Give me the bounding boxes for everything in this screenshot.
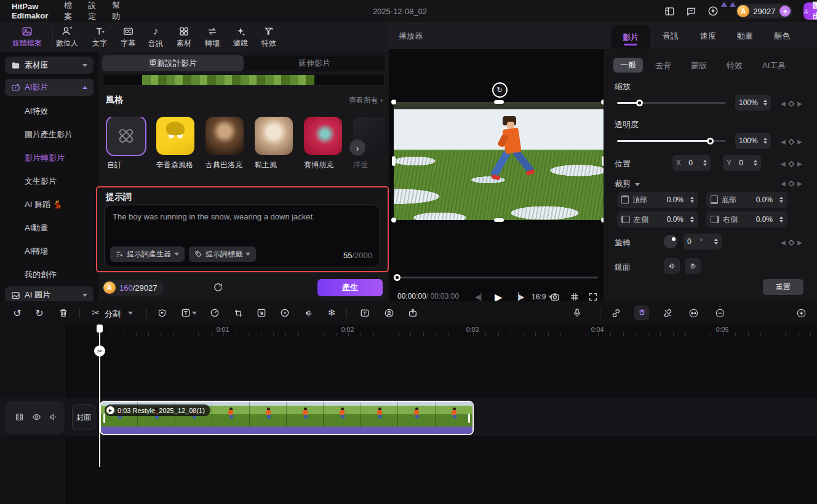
menu-file[interactable]: 檔案 [64, 0, 72, 22]
snapshot-icon[interactable] [550, 292, 560, 302]
selection-handle[interactable] [391, 218, 396, 222]
sidebar-item-text-to-video[interactable]: 文生影片 [25, 176, 57, 187]
coin-balance-pill[interactable]: A 29027 + [736, 4, 792, 18]
crop-right-field[interactable]: 右側 0.0% [706, 211, 787, 227]
sidebar-item-my-creations[interactable]: 我的創作 [25, 269, 57, 280]
style-card-simpson[interactable] [156, 117, 194, 155]
previous-frame-button[interactable]: ◀▏ [475, 293, 486, 301]
layout-icon[interactable] [664, 6, 675, 17]
track-mute-icon[interactable] [49, 412, 58, 422]
selection-handle[interactable] [494, 218, 504, 222]
undo-icon[interactable]: ↺ [9, 301, 26, 325]
zoom-out-icon[interactable] [711, 301, 728, 325]
toolbar-digital-human[interactable]: 數位人 [50, 24, 84, 50]
subtab-ai-tools[interactable]: AI工具 [762, 60, 786, 71]
rotate-value-box[interactable]: 0 ° [683, 234, 722, 250]
stepper[interactable] [779, 197, 783, 203]
tab-video[interactable]: 影片 [611, 25, 650, 49]
sidebar-group-ai-video[interactable]: AI影片 [5, 79, 94, 96]
clip-trim-handle-left[interactable] [103, 414, 105, 423]
style-card-clay[interactable] [255, 117, 293, 155]
zoom-in-icon[interactable] [792, 301, 810, 325]
reset-button[interactable]: 重置 [763, 279, 803, 295]
style-card-cyberpunk[interactable] [304, 117, 342, 155]
download-icon[interactable] [707, 6, 719, 17]
stepper[interactable] [763, 100, 767, 106]
fit-timeline-icon[interactable] [685, 301, 702, 325]
timeline-clip[interactable]: ▶ 0:03 Restyle_2025_12_08(1) [100, 401, 474, 435]
crop-top-field[interactable]: 頂部 0.0% [617, 192, 698, 208]
feedback-icon[interactable] [686, 6, 696, 17]
selection-handle[interactable] [391, 100, 396, 104]
stepper[interactable] [703, 160, 707, 166]
unlink-clips-icon[interactable] [659, 301, 676, 325]
subtab-remove-bg[interactable]: 去背 [655, 60, 671, 71]
menu-help[interactable]: 幫助 [112, 0, 120, 22]
cover-button[interactable]: 封面 [72, 404, 95, 430]
freeze-frame-icon[interactable]: ❄ [323, 301, 340, 325]
playhead-handle[interactable] [97, 325, 103, 333]
source-video-strip[interactable] [102, 74, 385, 86]
selection-handle[interactable] [494, 100, 504, 104]
position-x-box[interactable]: X 0 [672, 155, 711, 171]
sidebar-item-ai-animation[interactable]: AI動畫 [25, 222, 48, 234]
crop-left-field[interactable]: 左側 0.0% [617, 211, 698, 227]
export-button[interactable]: 匯出 [803, 2, 817, 20]
scale-keyframe-controls[interactable]: ◀◇▶ [781, 99, 802, 108]
scale-slider-handle[interactable] [636, 100, 643, 106]
crop-bottom-field[interactable]: 底部 0.0% [706, 192, 787, 208]
tab-extend-video[interactable]: 延伸影片 [244, 55, 385, 71]
toolbar-effects[interactable]: 特效 [252, 24, 286, 50]
timeline-ruler[interactable]: 0:01 0:02 0:03 0:04 0:05 [98, 325, 817, 337]
grid-icon[interactable] [570, 292, 580, 302]
stepper[interactable] [714, 238, 718, 245]
prompt-text[interactable]: The boy was running in the snow, wearing… [113, 211, 365, 223]
reverse-play-icon[interactable] [276, 301, 293, 325]
flip-horizontal-button[interactable] [664, 258, 680, 274]
sidebar-item-ai-effects[interactable]: AI特效 [25, 106, 48, 117]
sidebar-group-library[interactable]: 素材庫 [5, 57, 94, 74]
video-preview[interactable]: ↻ [394, 102, 604, 220]
sidebar-item-image-to-video[interactable]: 圖片產生影片 [25, 129, 73, 140]
menu-settings[interactable]: 設定 [88, 0, 96, 22]
style-card-baroque[interactable] [205, 117, 244, 155]
export-frame-icon[interactable] [253, 301, 270, 325]
seek-handle[interactable] [394, 274, 401, 281]
magnet-snap-button[interactable] [634, 305, 649, 320]
mirror-clip-icon[interactable] [300, 301, 317, 325]
opacity-value-box[interactable]: 100% [735, 133, 771, 149]
opacity-slider[interactable] [617, 140, 726, 142]
fullscreen-icon[interactable] [588, 292, 598, 302]
rotate-dial[interactable] [664, 235, 677, 248]
crop-tool-icon[interactable] [229, 301, 247, 325]
sidebar-item-ai-dance[interactable]: AI 舞蹈 💃 [25, 199, 63, 210]
stepper[interactable] [779, 216, 783, 222]
auto-reframe-icon[interactable] [380, 301, 397, 325]
stepper[interactable] [763, 138, 767, 144]
opacity-keyframe-controls[interactable]: ◀◇▶ [781, 137, 802, 146]
track-visibility-icon[interactable] [32, 412, 41, 422]
add-coins-button[interactable]: + [779, 6, 791, 17]
player-seek-bar[interactable] [395, 277, 598, 278]
sidebar-item-ai-transition[interactable]: AI轉場 [25, 246, 48, 257]
generate-button[interactable]: 產生 [317, 279, 383, 296]
stepper[interactable] [690, 197, 694, 203]
prompt-tags-button[interactable]: 提示詞標籤 [189, 246, 256, 262]
scale-slider[interactable] [617, 102, 726, 104]
next-frame-button[interactable]: ▕▶ [513, 293, 524, 301]
tab-audio[interactable]: 音訊 [663, 31, 679, 42]
link-clips-icon[interactable] [607, 301, 624, 325]
position-keyframe-controls[interactable]: ◀◇▶ [781, 159, 802, 168]
style-card-custom[interactable] [107, 117, 145, 155]
playhead-scissors-badge[interactable]: ✂ [94, 345, 105, 356]
refresh-icon[interactable] [213, 282, 223, 293]
delete-icon[interactable] [55, 301, 72, 325]
record-voiceover-icon[interactable] [568, 301, 586, 325]
rotate-handle-icon[interactable]: ↻ [492, 82, 508, 98]
split-button[interactable]: 分割 [105, 309, 121, 320]
crop-label[interactable]: 裁剪 [615, 178, 640, 189]
tab-animation[interactable]: 動畫 [737, 31, 753, 42]
see-all-link[interactable]: 查看所有 › [349, 95, 383, 106]
styles-scroll-right-button[interactable]: › [349, 140, 365, 156]
selection-handle[interactable] [392, 156, 396, 166]
